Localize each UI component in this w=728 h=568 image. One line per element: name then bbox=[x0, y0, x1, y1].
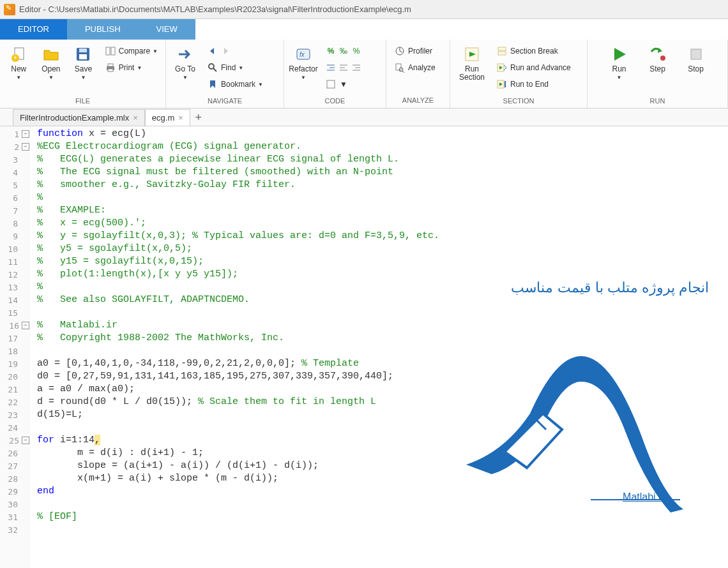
line-number: 26 bbox=[0, 449, 18, 458]
fold-dropdown-icon: ▼ bbox=[338, 78, 349, 90]
open-button[interactable]: Open ▼ bbox=[36, 42, 66, 94]
code-line[interactable]: d = round(d0 * L / d0(15)); % Scale them… bbox=[37, 396, 728, 408]
code-line[interactable] bbox=[37, 498, 728, 511]
line-number: 30 bbox=[0, 500, 18, 509]
code-line[interactable]: % y = sgolayfilt(x,0,3); % Typical value… bbox=[37, 230, 728, 243]
code-line[interactable]: % bbox=[37, 191, 728, 204]
add-tab-button[interactable]: + bbox=[190, 109, 207, 126]
find-button[interactable]: Find ▼ bbox=[204, 60, 266, 75]
code-line[interactable]: % [EOF] bbox=[37, 511, 728, 523]
close-icon[interactable]: × bbox=[178, 113, 183, 123]
line-number: 14 bbox=[0, 295, 18, 305]
run-to-end-button[interactable]: Run to End bbox=[494, 77, 573, 92]
run-section-icon bbox=[462, 45, 482, 64]
code-line[interactable]: % smoother e.g., Savitzky-Golay FIR filt… bbox=[37, 179, 728, 191]
code-line[interactable] bbox=[37, 306, 728, 319]
comment-buttons[interactable]: % ‰ % bbox=[322, 43, 365, 59]
section-break-button[interactable]: Section Break bbox=[494, 43, 573, 59]
step-button[interactable]: Step bbox=[642, 42, 673, 94]
new-button[interactable]: + New ▼ bbox=[4, 42, 34, 94]
code-line[interactable]: % The ECG signal must be filtered (smoot… bbox=[37, 166, 728, 179]
group-label-run: RUN bbox=[588, 97, 727, 108]
profiler-icon bbox=[394, 45, 406, 57]
code-line[interactable]: end bbox=[37, 485, 728, 498]
code-line[interactable]: % y5 = sgolayfilt(x,0,5); bbox=[37, 243, 728, 255]
code-line[interactable]: a0 = [0,1,40,1,0,-34,118,-99,0,2,21,2,0,… bbox=[37, 357, 728, 370]
code-line[interactable] bbox=[37, 421, 728, 434]
print-button[interactable]: Print ▼ bbox=[102, 60, 160, 75]
compare-button[interactable]: Compare ▼ bbox=[102, 43, 160, 59]
group-label-section: SECTION bbox=[450, 97, 587, 108]
code-line[interactable]: % See also SGOLAYFILT, ADAPTNCDEMO. bbox=[37, 294, 728, 306]
code-line[interactable]: function x = ecg(L) bbox=[37, 128, 728, 140]
analyze-icon bbox=[394, 62, 406, 73]
section-break-icon bbox=[496, 45, 508, 57]
line-number: 7 bbox=[0, 206, 18, 216]
title-bar: Editor - C:\Users\Matlabi.ir\Documents\M… bbox=[0, 0, 728, 19]
line-number: 6 bbox=[0, 193, 18, 203]
tab-editor[interactable]: EDITOR bbox=[0, 19, 67, 40]
fold-buttons[interactable]: ▼ bbox=[322, 77, 365, 92]
wrap-comment-icon: % bbox=[351, 45, 362, 57]
code-line[interactable] bbox=[37, 523, 728, 536]
stop-icon bbox=[686, 45, 706, 64]
indent-buttons[interactable] bbox=[322, 60, 365, 75]
code-line[interactable]: %ECG Electrocardiogram (ECG) signal gene… bbox=[37, 140, 728, 153]
chevron-down-icon: ▼ bbox=[301, 75, 306, 80]
code-line[interactable]: % y15 = sgolayfilt(x,0,15); bbox=[37, 255, 728, 268]
bookmark-icon bbox=[207, 78, 218, 90]
line-number: 31 bbox=[0, 512, 18, 522]
line-number: 32 bbox=[0, 525, 18, 535]
svg-text:+: + bbox=[13, 54, 17, 61]
code-line[interactable] bbox=[37, 345, 728, 357]
refactor-button[interactable]: fx Refactor ▼ bbox=[288, 42, 319, 94]
tab-publish[interactable]: PUBLISH bbox=[67, 19, 139, 40]
code-line[interactable]: % EXAMPLE: bbox=[37, 204, 728, 217]
group-label-navigate: NAVIGATE bbox=[166, 97, 284, 108]
code-line[interactable]: % bbox=[37, 281, 728, 294]
code-line[interactable]: % plot(1:length(x),[x y y5 y15]); bbox=[37, 268, 728, 281]
svg-line-27 bbox=[400, 51, 402, 52]
file-tab-ecg[interactable]: ecg.m × bbox=[145, 109, 190, 126]
line-number: 23 bbox=[0, 410, 18, 420]
line-number-gutter: 1−2−345678910111213141516−17181920212223… bbox=[0, 126, 31, 568]
comment-icon: % bbox=[325, 45, 337, 57]
line-number: 24 bbox=[0, 423, 18, 433]
bookmark-button[interactable]: Bookmark ▼ bbox=[204, 77, 266, 92]
tab-view[interactable]: VIEW bbox=[139, 19, 195, 40]
run-button[interactable]: Run ▼ bbox=[604, 42, 635, 94]
line-number: 12 bbox=[0, 270, 18, 280]
analyze-button[interactable]: Analyze bbox=[391, 60, 438, 75]
fold-toggle[interactable]: − bbox=[22, 322, 29, 329]
code-line[interactable]: % Copyright 1988-2002 The MathWorks, Inc… bbox=[37, 332, 728, 345]
close-icon[interactable]: × bbox=[133, 113, 138, 123]
step-icon bbox=[648, 45, 667, 64]
fold-toggle[interactable]: − bbox=[22, 437, 29, 444]
toolstrip: + New ▼ Open ▼ Save ▼ Compare ▼ bbox=[0, 40, 728, 108]
code-area[interactable]: function x = ecg(L)%ECG Electrocardiogra… bbox=[31, 126, 728, 568]
code-line[interactable]: x(m+1) = a(i) + slope * (m - d(i)); bbox=[37, 472, 728, 485]
fold-toggle[interactable]: − bbox=[22, 143, 29, 151]
code-line[interactable]: % ECG(L) generates a piecewise linear EC… bbox=[37, 153, 728, 166]
stop-button[interactable]: Stop bbox=[681, 42, 711, 94]
code-line[interactable]: for i=1:14, bbox=[37, 434, 728, 447]
line-number: 20 bbox=[0, 372, 18, 382]
code-line[interactable]: d(15)=L; bbox=[37, 408, 728, 421]
code-line[interactable]: slope = (a(i+1) - a(i)) / (d(i+1) - d(i)… bbox=[37, 460, 728, 472]
run-section-button[interactable]: Run Section bbox=[454, 42, 490, 94]
svg-rect-9 bbox=[108, 64, 113, 66]
nav-back-forward[interactable] bbox=[204, 43, 266, 59]
code-line[interactable]: % x = ecg(500).'; bbox=[37, 217, 728, 230]
goto-button[interactable]: Go To ▼ bbox=[170, 42, 201, 94]
save-button[interactable]: Save ▼ bbox=[68, 42, 98, 94]
fold-toggle[interactable]: − bbox=[22, 130, 29, 138]
code-line[interactable]: % Matlabi.ir bbox=[37, 319, 728, 332]
code-line[interactable]: d0 = [0,27,59,91,131,141,163,185,195,275… bbox=[37, 370, 728, 383]
line-number: 9 bbox=[0, 232, 18, 241]
code-line[interactable]: m = d(i) : d(i+1) - 1; bbox=[37, 447, 728, 460]
run-advance-button[interactable]: Run and Advance bbox=[494, 60, 573, 75]
profiler-button[interactable]: Profiler bbox=[391, 43, 438, 59]
run-to-end-icon bbox=[496, 78, 508, 90]
code-line[interactable]: a = a0 / max(a0); bbox=[37, 383, 728, 396]
file-tab-example[interactable]: FilterIntroductionExample.mlx × bbox=[13, 109, 145, 126]
